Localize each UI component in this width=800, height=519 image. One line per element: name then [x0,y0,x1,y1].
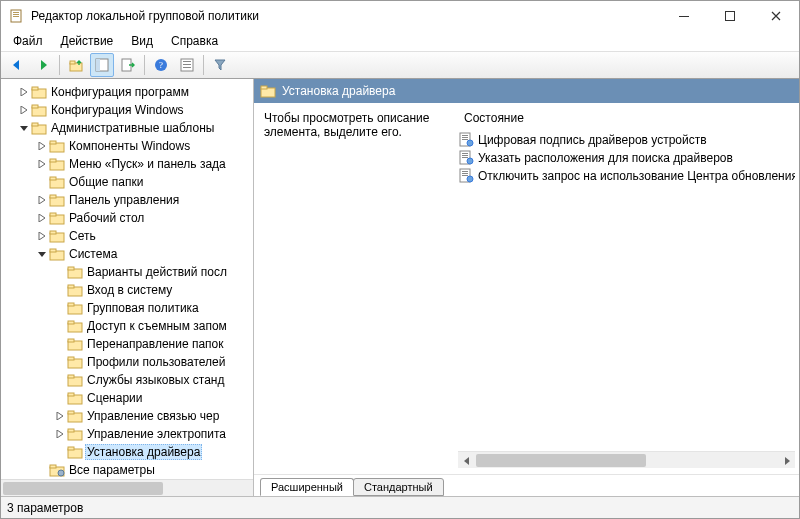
export-list-button[interactable] [116,53,140,77]
filter-button[interactable] [208,53,232,77]
expander-closed-icon[interactable] [35,142,49,150]
folder-icon [67,264,83,280]
tree-item[interactable]: Все параметры [1,461,253,479]
svg-rect-71 [462,155,468,156]
show-tree-button[interactable] [90,53,114,77]
tree-item[interactable]: Общие папки [1,173,253,191]
svg-rect-14 [183,61,191,62]
back-button[interactable] [5,53,29,77]
separator [144,55,145,75]
folder-icon [67,354,83,370]
expander-open-icon[interactable] [17,124,31,132]
tree-item[interactable]: Система [1,245,253,263]
tree-label: Сеть [67,229,98,243]
tree-label: Профили пользователей [85,355,227,369]
tree-item[interactable]: Вход в систему [1,281,253,299]
menu-file[interactable]: Файл [5,32,51,50]
policy-icon [458,132,474,148]
tree-item[interactable]: Варианты действий посл [1,263,253,281]
tab-standard[interactable]: Стандартный [353,478,444,496]
tree-item[interactable]: Службы языковых станд [1,371,253,389]
tree-item[interactable]: Конфигурация программ [1,83,253,101]
up-level-button[interactable] [64,53,88,77]
scroll-left-icon[interactable] [458,452,475,469]
tree-item[interactable]: Рабочий стол [1,209,253,227]
expander-closed-icon[interactable] [17,106,31,114]
menu-view[interactable]: Вид [123,32,161,50]
svg-point-68 [467,140,473,146]
tree-item[interactable]: Профили пользователей [1,353,253,371]
expander-closed-icon[interactable] [35,214,49,222]
svg-rect-30 [50,195,56,198]
tree-item[interactable]: Сеть [1,227,253,245]
setting-label: Указать расположения для поиска драйверо… [478,151,733,165]
folder-icon [67,318,83,334]
help-button[interactable]: ? [149,53,173,77]
setting-item[interactable]: Указать расположения для поиска драйверо… [458,149,795,167]
expander-closed-icon[interactable] [53,430,67,438]
tree-item[interactable]: Конфигурация Windows [1,101,253,119]
expander-open-icon[interactable] [35,250,49,258]
expander-closed-icon[interactable] [35,232,49,240]
menu-action[interactable]: Действие [53,32,122,50]
tree-item[interactable]: Групповая политика [1,299,253,317]
forward-button[interactable] [31,53,55,77]
tree-label: Рабочий стол [67,211,146,225]
folder-icon [31,84,47,100]
tree-item[interactable]: Административные шаблоны [1,119,253,137]
tree-item[interactable]: Доступ к съемным запом [1,317,253,335]
svg-rect-54 [68,411,74,414]
tabs: Расширенный Стандартный [254,474,799,496]
properties-button[interactable] [175,53,199,77]
tree-item[interactable]: Компоненты Windows [1,137,253,155]
svg-rect-38 [68,267,74,270]
minimize-button[interactable] [661,1,707,31]
folder-icon [49,210,65,226]
scroll-right-icon[interactable] [778,452,795,469]
column-header-state[interactable]: Состояние [458,109,795,131]
expander-closed-icon[interactable] [35,196,49,204]
scrollbar-thumb[interactable] [3,482,163,495]
svg-rect-66 [462,137,468,138]
svg-rect-75 [462,171,468,172]
svg-rect-46 [68,339,74,342]
folder-icon [49,174,65,190]
svg-rect-70 [462,153,468,154]
tree-item-selected[interactable]: Установка драйвера [1,443,253,461]
tree-horizontal-scrollbar[interactable] [1,479,253,496]
statusbar: 3 параметров [1,496,799,518]
tree-item[interactable]: Панель управления [1,191,253,209]
setting-item[interactable]: Цифровая подпись драйверов устройств [458,131,795,149]
tree-label: Управление связью чер [85,409,221,423]
setting-item[interactable]: Отключить запрос на использование Центра… [458,167,795,185]
maximize-button[interactable] [707,1,753,31]
tree-label: Все параметры [67,463,157,477]
expander-closed-icon[interactable] [35,160,49,168]
tree-item[interactable]: Управление электропита [1,425,253,443]
folder-icon [49,156,65,172]
expander-closed-icon[interactable] [53,412,67,420]
close-button[interactable] [753,1,799,31]
svg-rect-22 [32,123,38,126]
tree-item[interactable]: Управление связью чер [1,407,253,425]
folder-icon [67,300,83,316]
folder-icon [67,390,83,406]
content-split: Чтобы просмотреть описание элемента, выд… [254,103,799,474]
menu-help[interactable]: Справка [163,32,226,50]
folder-icon [260,83,276,99]
tree-label: Службы языковых станд [85,373,226,387]
scrollbar-thumb[interactable] [476,454,646,467]
tree[interactable]: Конфигурация программ Конфигурация Windo… [1,79,253,479]
tab-extended[interactable]: Расширенный [260,478,354,496]
svg-rect-58 [68,447,74,450]
tree-item[interactable]: Перенаправление папок [1,335,253,353]
svg-rect-65 [462,135,468,136]
toolbar: ? [1,51,799,79]
expander-closed-icon[interactable] [17,88,31,96]
svg-rect-34 [50,231,56,234]
list-horizontal-scrollbar[interactable] [458,451,795,468]
folder-icon [31,102,47,118]
tree-item[interactable]: Меню «Пуск» и панель зада [1,155,253,173]
tree-item[interactable]: Сценарии [1,389,253,407]
svg-point-78 [467,176,473,182]
